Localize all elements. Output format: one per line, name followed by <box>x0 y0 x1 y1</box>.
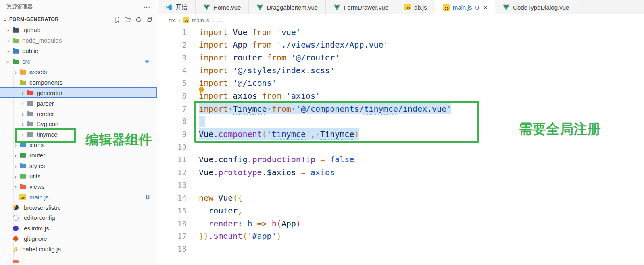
tab-bar-filler <box>577 0 644 14</box>
collapse-all-icon[interactable] <box>146 17 152 23</box>
code-line[interactable]: 13 <box>158 179 644 192</box>
lightbulb-icon[interactable] <box>199 87 204 92</box>
chevron-right-icon[interactable]: › <box>5 37 12 43</box>
code-token: axios <box>311 168 335 177</box>
code-token <box>242 219 247 228</box>
code-highlight-box <box>194 101 479 143</box>
tab-label: DraggableItem.vue <box>267 4 318 11</box>
tree-item-github[interactable]: ›.github <box>0 25 157 35</box>
code-line[interactable]: 14new Vue({ <box>158 192 644 205</box>
new-file-icon[interactable] <box>114 17 120 23</box>
more-actions-icon[interactable]: ⋯ <box>143 3 150 11</box>
chevron-right-icon[interactable]: › <box>19 121 26 127</box>
js-icon: JS <box>19 194 27 201</box>
code-token: import <box>199 91 228 101</box>
vue-icon <box>333 4 340 10</box>
tab-codetypedialog-vue[interactable]: CodeTypeDialog.vue <box>495 0 577 14</box>
tree-item-parser[interactable]: ›parser <box>0 98 157 108</box>
code-token: , <box>238 206 242 215</box>
breadcrumb-file[interactable]: main.js <box>192 17 209 23</box>
tree-item-views[interactable]: ›views <box>0 181 157 192</box>
breadcrumb-symbol[interactable]: … <box>217 17 222 23</box>
breadcrumb-folder[interactable]: src <box>169 17 176 23</box>
chevron-right-icon[interactable]: › <box>19 90 26 96</box>
code-line[interactable]: 4import '@/styles/index.scss' <box>158 64 644 77</box>
tree-item-components[interactable]: ›components <box>0 77 157 87</box>
chevron-right-icon[interactable]: › <box>12 163 19 169</box>
code-line[interactable]: 15 router, <box>158 204 644 217</box>
folder-icon <box>26 110 34 117</box>
chevron-down-icon[interactable]: › <box>13 79 19 86</box>
tree-item-generator[interactable]: ›generator <box>0 87 157 98</box>
vue-icon <box>256 4 263 10</box>
line-number: 17 <box>158 232 187 240</box>
code-token <box>272 40 277 50</box>
code-token <box>247 27 252 37</box>
breadcrumb[interactable]: src›JSmain.js›… <box>158 14 644 26</box>
line-number: 10 <box>158 143 187 151</box>
tab-draggableitem-vue[interactable]: DraggableItem.vue <box>249 0 326 14</box>
project-section-header[interactable]: › FORM-GENERATOR <box>0 14 157 25</box>
chevron-right-icon[interactable]: › <box>12 173 19 179</box>
tab-home-vue[interactable]: Home.vue <box>196 0 249 14</box>
code-token <box>286 53 291 62</box>
code-token: Vue <box>199 155 213 164</box>
modified-dot <box>145 60 149 63</box>
code-token <box>213 193 218 203</box>
code-token: new <box>199 193 213 203</box>
chevron-right-icon[interactable]: › <box>5 48 12 54</box>
tab-db-js[interactable]: JSdb.js <box>396 0 435 14</box>
code-editor[interactable]: 1import Vue from 'vue'2import App from '… <box>158 26 644 265</box>
code-line[interactable]: 3import router from '@/router' <box>158 51 644 64</box>
code-line[interactable]: 17}).$mount('#app') <box>158 230 644 243</box>
tree-item-main-js[interactable]: ›JSmain.jsU <box>0 192 157 202</box>
tree-item-label: router <box>29 152 45 159</box>
chevron-right-icon[interactable]: › <box>12 69 19 75</box>
chevron-right-icon[interactable]: › <box>5 27 12 33</box>
tree-item-router[interactable]: ›router <box>0 150 157 161</box>
tree-item-styles[interactable]: ›styles <box>0 161 157 171</box>
chevron-down-icon[interactable]: › <box>3 17 9 23</box>
code-line[interactable]: 11Vue.config.productionTip = false <box>158 153 644 166</box>
tab-start[interactable]: 开始 <box>158 0 196 14</box>
code-line[interactable]: 16 render: h => h(App) <box>158 217 644 230</box>
chevron-right-icon[interactable]: › <box>19 100 26 106</box>
line-number: 2 <box>158 40 187 49</box>
tree-item-render[interactable]: ›render <box>0 108 157 119</box>
tree-item-gitignore[interactable]: ›.gitignore <box>0 234 157 244</box>
tree-item-babel-config-js[interactable]: ›βbabel.config.js <box>0 244 157 255</box>
tree-item-public[interactable]: ›public <box>0 46 157 56</box>
tree-item-partial[interactable]: › <box>0 255 157 265</box>
tree-item-eslintrc-js[interactable]: ›.eslintrc.js <box>0 223 157 234</box>
code-line[interactable]: 5import '@/icons' <box>158 77 644 90</box>
tree-item-label: .eslintrc.js <box>22 225 49 232</box>
chevron-down-icon[interactable]: › <box>5 59 11 66</box>
close-icon[interactable]: × <box>484 4 487 11</box>
tree-item-browserslistrc[interactable]: ›.browserslistrc <box>0 202 157 213</box>
tree-item-assets[interactable]: ›assets <box>0 67 157 77</box>
chevron-right-icon[interactable]: › <box>12 142 19 148</box>
tab-main-js[interactable]: JSmain.jsU× <box>435 0 495 15</box>
tree-item-editorconfig[interactable]: ›.editorconfig <box>0 213 157 223</box>
code-token <box>306 168 311 177</box>
tab-formdrawer-vue[interactable]: FormDrawer.vue <box>326 0 396 14</box>
code-line[interactable]: 1import Vue from 'vue' <box>158 26 644 39</box>
tree-item-label: .editorconfig <box>22 214 55 221</box>
refresh-icon[interactable] <box>135 17 142 23</box>
sidebar-header: 资源管理器 ⋯ <box>0 0 157 14</box>
code-token: ( <box>233 193 238 203</box>
code-line[interactable]: 18 <box>158 242 644 255</box>
chevron-right-icon[interactable]: › <box>12 152 19 158</box>
project-name: FORM-GENERATOR <box>9 17 58 22</box>
code-line[interactable]: 2import App from './views/index/App.vue' <box>158 39 644 52</box>
code-token: h <box>247 219 252 228</box>
code-line[interactable]: 12Vue.prototype.$axios = axios <box>158 166 644 179</box>
chevron-right-icon[interactable]: › <box>19 111 26 117</box>
line-number: 1 <box>158 28 187 37</box>
tree-item-node-modules[interactable]: ›node_modules <box>0 35 157 46</box>
new-folder-icon[interactable] <box>125 17 131 23</box>
chevron-right-icon[interactable]: › <box>12 184 19 190</box>
code-token: . <box>213 155 218 164</box>
tree-item-src[interactable]: ›src <box>0 56 157 67</box>
tree-item-utils[interactable]: ›utils <box>0 171 157 181</box>
